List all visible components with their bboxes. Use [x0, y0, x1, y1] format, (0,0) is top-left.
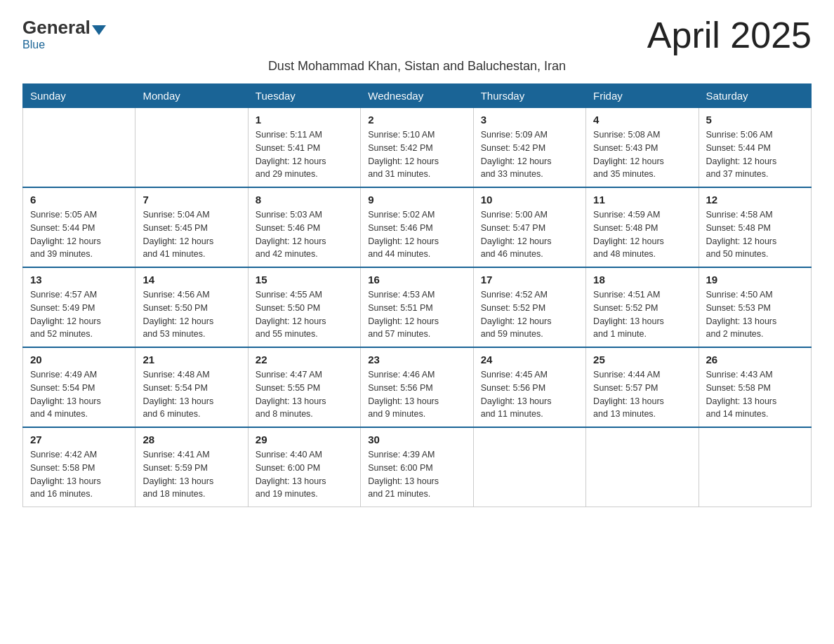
- logo: General Blue: [22, 17, 107, 51]
- page-title: April 2025: [647, 17, 812, 53]
- calendar-cell: 30Sunrise: 4:39 AM Sunset: 6:00 PM Dayli…: [361, 427, 473, 507]
- calendar-cell: 18Sunrise: 4:51 AM Sunset: 5:52 PM Dayli…: [586, 267, 699, 347]
- page-header: General Blue April 2025: [22, 17, 812, 53]
- weekday-header-monday: Monday: [135, 84, 248, 108]
- day-number: 6: [30, 194, 128, 206]
- calendar-cell: 8Sunrise: 5:03 AM Sunset: 5:46 PM Daylig…: [248, 187, 360, 267]
- day-info: Sunrise: 4:52 AM Sunset: 5:52 PM Dayligh…: [481, 288, 578, 341]
- day-number: 22: [256, 354, 353, 365]
- calendar-cell: 14Sunrise: 4:56 AM Sunset: 5:50 PM Dayli…: [135, 267, 248, 347]
- calendar-cell: 22Sunrise: 4:47 AM Sunset: 5:55 PM Dayli…: [248, 347, 360, 427]
- day-info: Sunrise: 5:03 AM Sunset: 5:46 PM Dayligh…: [256, 208, 353, 261]
- calendar-week-row: 20Sunrise: 4:49 AM Sunset: 5:54 PM Dayli…: [23, 347, 812, 427]
- day-info: Sunrise: 4:51 AM Sunset: 5:52 PM Dayligh…: [593, 288, 691, 341]
- calendar-cell: 3Sunrise: 5:09 AM Sunset: 5:42 PM Daylig…: [473, 108, 585, 188]
- calendar-cell: 10Sunrise: 5:00 AM Sunset: 5:47 PM Dayli…: [473, 187, 585, 267]
- day-number: 25: [593, 354, 691, 365]
- day-info: Sunrise: 4:43 AM Sunset: 5:58 PM Dayligh…: [706, 368, 804, 421]
- calendar-cell: [586, 427, 699, 507]
- day-info: Sunrise: 4:55 AM Sunset: 5:50 PM Dayligh…: [256, 288, 353, 341]
- day-info: Sunrise: 4:40 AM Sunset: 6:00 PM Dayligh…: [256, 448, 353, 501]
- day-info: Sunrise: 4:42 AM Sunset: 5:58 PM Dayligh…: [30, 448, 128, 501]
- day-number: 1: [256, 114, 353, 126]
- calendar-cell: 11Sunrise: 4:59 AM Sunset: 5:48 PM Dayli…: [586, 187, 699, 267]
- day-info: Sunrise: 4:57 AM Sunset: 5:49 PM Dayligh…: [30, 288, 128, 341]
- calendar-week-row: 13Sunrise: 4:57 AM Sunset: 5:49 PM Dayli…: [23, 267, 812, 347]
- weekday-header-sunday: Sunday: [23, 84, 135, 108]
- day-info: Sunrise: 5:09 AM Sunset: 5:42 PM Dayligh…: [481, 128, 578, 181]
- calendar-cell: 17Sunrise: 4:52 AM Sunset: 5:52 PM Dayli…: [473, 267, 585, 347]
- subtitle: Dust Mohammad Khan, Sistan and Baluchest…: [22, 59, 812, 74]
- calendar-cell: 23Sunrise: 4:46 AM Sunset: 5:56 PM Dayli…: [361, 347, 473, 427]
- calendar-cell: 19Sunrise: 4:50 AM Sunset: 5:53 PM Dayli…: [699, 267, 811, 347]
- day-number: 12: [706, 194, 804, 206]
- day-info: Sunrise: 4:44 AM Sunset: 5:57 PM Dayligh…: [593, 368, 691, 421]
- day-number: 29: [256, 434, 353, 445]
- day-number: 23: [368, 354, 465, 365]
- day-info: Sunrise: 4:56 AM Sunset: 5:50 PM Dayligh…: [143, 288, 240, 341]
- day-number: 10: [481, 194, 578, 206]
- calendar-cell: 26Sunrise: 4:43 AM Sunset: 5:58 PM Dayli…: [699, 347, 811, 427]
- calendar-cell: 5Sunrise: 5:06 AM Sunset: 5:44 PM Daylig…: [699, 108, 811, 188]
- calendar-week-row: 27Sunrise: 4:42 AM Sunset: 5:58 PM Dayli…: [23, 427, 812, 507]
- day-info: Sunrise: 4:48 AM Sunset: 5:54 PM Dayligh…: [143, 368, 240, 421]
- day-number: 30: [368, 434, 465, 445]
- day-number: 7: [143, 194, 240, 206]
- calendar-cell: [699, 427, 811, 507]
- day-number: 2: [368, 114, 465, 126]
- day-info: Sunrise: 4:47 AM Sunset: 5:55 PM Dayligh…: [256, 368, 353, 421]
- day-info: Sunrise: 4:49 AM Sunset: 5:54 PM Dayligh…: [30, 368, 128, 421]
- day-number: 28: [143, 434, 240, 445]
- day-number: 11: [593, 194, 691, 206]
- calendar-cell: 9Sunrise: 5:02 AM Sunset: 5:46 PM Daylig…: [361, 187, 473, 267]
- day-info: Sunrise: 5:10 AM Sunset: 5:42 PM Dayligh…: [368, 128, 465, 181]
- calendar-cell: 29Sunrise: 4:40 AM Sunset: 6:00 PM Dayli…: [248, 427, 360, 507]
- day-number: 21: [143, 354, 240, 365]
- calendar-cell: 24Sunrise: 4:45 AM Sunset: 5:56 PM Dayli…: [473, 347, 585, 427]
- day-number: 27: [30, 434, 128, 445]
- logo-blue-text: Blue: [22, 39, 45, 51]
- day-info: Sunrise: 5:11 AM Sunset: 5:41 PM Dayligh…: [256, 128, 353, 181]
- day-number: 14: [143, 274, 240, 286]
- day-info: Sunrise: 5:02 AM Sunset: 5:46 PM Dayligh…: [368, 208, 465, 261]
- day-number: 13: [30, 274, 128, 286]
- day-number: 3: [481, 114, 578, 126]
- day-number: 8: [256, 194, 353, 206]
- day-info: Sunrise: 4:53 AM Sunset: 5:51 PM Dayligh…: [368, 288, 465, 341]
- calendar-cell: 21Sunrise: 4:48 AM Sunset: 5:54 PM Dayli…: [135, 347, 248, 427]
- calendar-cell: 12Sunrise: 4:58 AM Sunset: 5:48 PM Dayli…: [699, 187, 811, 267]
- day-info: Sunrise: 4:59 AM Sunset: 5:48 PM Dayligh…: [593, 208, 691, 261]
- day-number: 17: [481, 274, 578, 286]
- logo-arrow-icon: [92, 25, 106, 35]
- weekday-header-tuesday: Tuesday: [248, 84, 360, 108]
- calendar-cell: 27Sunrise: 4:42 AM Sunset: 5:58 PM Dayli…: [23, 427, 135, 507]
- calendar-cell: 20Sunrise: 4:49 AM Sunset: 5:54 PM Dayli…: [23, 347, 135, 427]
- calendar-cell: [473, 427, 585, 507]
- day-info: Sunrise: 5:05 AM Sunset: 5:44 PM Dayligh…: [30, 208, 128, 261]
- weekday-header-friday: Friday: [586, 84, 699, 108]
- weekday-header-thursday: Thursday: [473, 84, 585, 108]
- day-info: Sunrise: 5:06 AM Sunset: 5:44 PM Dayligh…: [706, 128, 804, 181]
- day-number: 20: [30, 354, 128, 365]
- calendar-table: SundayMondayTuesdayWednesdayThursdayFrid…: [22, 83, 812, 507]
- calendar-cell: 2Sunrise: 5:10 AM Sunset: 5:42 PM Daylig…: [361, 108, 473, 188]
- day-info: Sunrise: 4:58 AM Sunset: 5:48 PM Dayligh…: [706, 208, 804, 261]
- day-info: Sunrise: 4:39 AM Sunset: 6:00 PM Dayligh…: [368, 448, 465, 501]
- calendar-week-row: 6Sunrise: 5:05 AM Sunset: 5:44 PM Daylig…: [23, 187, 812, 267]
- weekday-header-saturday: Saturday: [699, 84, 811, 108]
- calendar-cell: [23, 108, 135, 188]
- day-info: Sunrise: 4:46 AM Sunset: 5:56 PM Dayligh…: [368, 368, 465, 421]
- day-number: 5: [706, 114, 804, 126]
- calendar-cell: [135, 108, 248, 188]
- day-info: Sunrise: 5:04 AM Sunset: 5:45 PM Dayligh…: [143, 208, 240, 261]
- logo-general-text: General: [22, 17, 91, 39]
- weekday-header-wednesday: Wednesday: [361, 84, 473, 108]
- calendar-cell: 28Sunrise: 4:41 AM Sunset: 5:59 PM Dayli…: [135, 427, 248, 507]
- day-info: Sunrise: 5:00 AM Sunset: 5:47 PM Dayligh…: [481, 208, 578, 261]
- calendar-cell: 15Sunrise: 4:55 AM Sunset: 5:50 PM Dayli…: [248, 267, 360, 347]
- calendar-week-row: 1Sunrise: 5:11 AM Sunset: 5:41 PM Daylig…: [23, 108, 812, 188]
- day-number: 19: [706, 274, 804, 286]
- day-number: 15: [256, 274, 353, 286]
- calendar-cell: 6Sunrise: 5:05 AM Sunset: 5:44 PM Daylig…: [23, 187, 135, 267]
- day-number: 18: [593, 274, 691, 286]
